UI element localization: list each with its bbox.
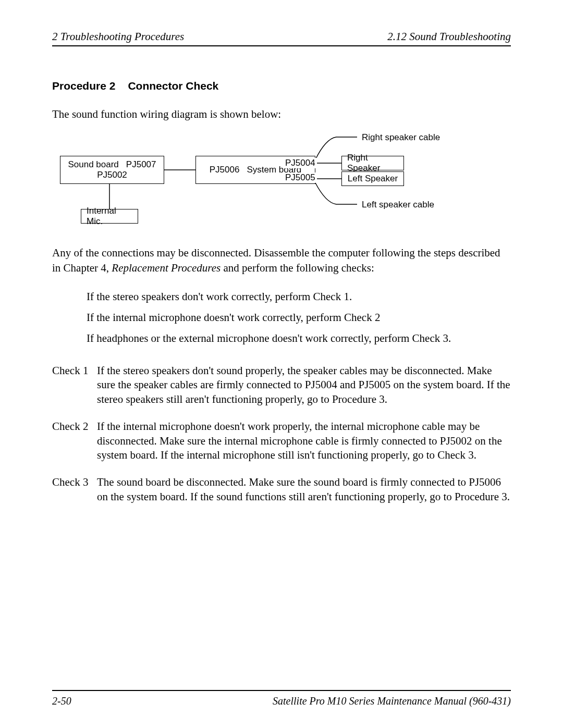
header-left: 2 Troubleshooting Procedures (52, 30, 184, 43)
check-label: Check 3 (52, 475, 97, 504)
right-speaker-label: Right Speaker (347, 153, 398, 174)
procedure-number: Procedure 2 (52, 80, 115, 92)
list-item: If the internal microphone doesn't work … (87, 307, 511, 328)
check-3: Check 3 The sound board be disconnected.… (52, 475, 511, 504)
check-1: Check 1 If the stereo speakers don't sou… (52, 364, 511, 407)
page-header: 2 Troubleshooting Procedures 2.12 Sound … (52, 30, 511, 43)
left-speaker-box: Left Speaker (341, 171, 404, 186)
procedure-heading: Procedure 2Connector Check (52, 80, 511, 92)
right-cable-label: Right speaker cable (360, 132, 442, 143)
check-2: Check 2 If the internal microphone doesn… (52, 419, 511, 463)
pj5007-label: PJ5007 (126, 159, 156, 170)
wiring-diagram: Sound board PJ5007 PJ5002 PJ5006 System … (52, 131, 500, 235)
pj5005-label: PJ5005 (284, 172, 317, 183)
intro-text: The sound function wiring diagram is sho… (52, 107, 511, 121)
header-right: 2.12 Sound Troubleshooting (387, 30, 511, 43)
pj5006-label: PJ5006 (210, 165, 240, 175)
sound-board-label: Sound board (68, 159, 118, 170)
procedure-title: Connector Check (128, 80, 218, 92)
page-footer: 2-50 Satellite Pro M10 Series Maintenanc… (52, 690, 511, 707)
check-body: If the stereo speakers don't sound prope… (97, 364, 511, 407)
list-item: If the stereo speakers don't work correc… (87, 287, 511, 307)
check-body: The sound board be disconnected. Make su… (97, 475, 511, 504)
pj5004-label: PJ5004 (284, 158, 317, 168)
footer-rule (52, 690, 511, 691)
check-body: If the internal microphone doesn't work … (97, 419, 511, 463)
footer-left: 2-50 (52, 695, 71, 707)
internal-mic-box: Internal Mic. (81, 209, 138, 224)
left-cable-label: Left speaker cable (360, 200, 436, 210)
left-speaker-label: Left Speaker (348, 174, 398, 184)
check-label: Check 1 (52, 364, 97, 407)
right-speaker-box: Right Speaker (341, 156, 404, 170)
pj5002-label: PJ5002 (97, 170, 127, 180)
para-2: Any of the connections may be disconnect… (52, 245, 511, 275)
sound-board-box: Sound board PJ5007 PJ5002 (60, 156, 164, 184)
check-label: Check 2 (52, 419, 97, 463)
internal-mic-label: Internal Mic. (87, 206, 132, 227)
para-2b: Replacement Procedures (112, 262, 221, 274)
para-2c: and perform the following checks: (221, 262, 374, 274)
condition-list: If the stereo speakers don't work correc… (87, 287, 511, 349)
list-item: If headphones or the external microphone… (87, 328, 511, 349)
header-rule (52, 45, 511, 46)
footer-right: Satellite Pro M10 Series Maintenance Man… (273, 695, 511, 707)
